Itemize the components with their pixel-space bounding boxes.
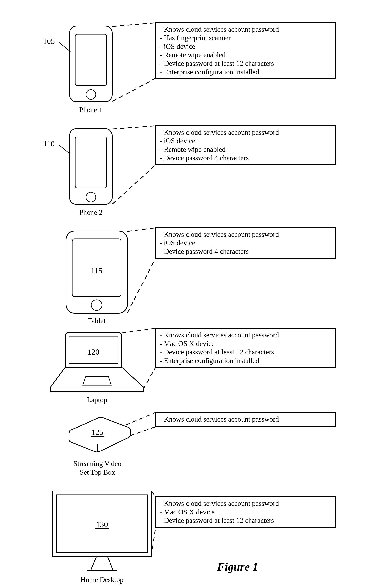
svg-text:- Mac OS X device: - Mac OS X device [160, 508, 215, 516]
svg-text:- iOS device: - iOS device [160, 137, 195, 145]
svg-point-15 [86, 192, 96, 202]
settop-label-1: Streaming Video [74, 460, 121, 468]
svg-text:- Knows cloud services account: - Knows cloud services account password [160, 331, 279, 339]
svg-text:- Knows cloud services account: - Knows cloud services account password [160, 499, 279, 507]
settop-callout: - Knows cloud services account password [156, 412, 336, 427]
svg-text:- Device password at least 12 : - Device password at least 12 characters [160, 516, 274, 524]
phone2-callout: - Knows cloud services account password … [156, 126, 336, 165]
svg-text:- Enterprise configuration ins: - Enterprise configuration installed [160, 68, 259, 76]
svg-line-12 [113, 78, 156, 101]
svg-line-58 [152, 491, 156, 497]
svg-text:- Knows cloud services account: - Knows cloud services account password [160, 25, 279, 33]
svg-text:- Enterprise configuration ins: - Enterprise configuration installed [160, 357, 259, 365]
svg-line-3 [59, 42, 71, 52]
svg-rect-1 [75, 34, 107, 85]
svg-line-23 [113, 165, 156, 204]
tablet-label: Tablet [88, 317, 105, 325]
desktop-callout: - Knows cloud services account password … [156, 497, 336, 527]
patent-figure: Phone 1 105 - Knows cloud services accou… [0, 0, 380, 588]
svg-line-33 [127, 258, 156, 313]
figure-title: Figure 1 [217, 560, 258, 573]
svg-line-42 [122, 329, 156, 333]
svg-text:- Device password at least 12 : - Device password at least 12 characters [160, 59, 274, 67]
svg-text:- Knows cloud services account: - Knows cloud services account password [160, 128, 279, 136]
phone1-callout: - Knows cloud services account password … [156, 23, 336, 78]
laptop-label: Laptop [87, 396, 107, 404]
device-laptop: 120 Laptop [51, 333, 143, 404]
svg-point-2 [86, 90, 96, 99]
svg-text:- Device password at least 12 : - Device password at least 12 characters [160, 348, 274, 356]
phone1-label: Phone 1 [79, 106, 103, 114]
svg-text:- Mac OS X device: - Mac OS X device [160, 340, 215, 348]
svg-line-43 [143, 368, 156, 389]
device-settop: 125 Streaming Video Set Top Box [69, 417, 130, 476]
tablet-callout: - Knows cloud services account password … [156, 228, 336, 258]
device-desktop: 130 Home Desktop [53, 491, 152, 584]
svg-line-22 [113, 126, 156, 129]
svg-text:- Remote wipe enabled: - Remote wipe enabled [160, 51, 226, 59]
settop-ref: 125 [92, 428, 103, 437]
svg-line-49 [130, 427, 156, 436]
phone2-label: Phone 2 [79, 208, 103, 216]
svg-line-59 [152, 527, 156, 556]
svg-text:- Knows cloud services account: - Knows cloud services account password [160, 230, 279, 238]
svg-line-16 [59, 145, 71, 154]
svg-line-11 [113, 23, 156, 26]
svg-line-48 [126, 412, 156, 425]
svg-line-32 [127, 228, 156, 231]
laptop-ref: 120 [88, 348, 99, 356]
svg-rect-14 [75, 137, 107, 188]
laptop-callout: - Knows cloud services account password … [156, 329, 336, 368]
device-phone2: Phone 2 110 [43, 129, 112, 216]
svg-text:- Device password 4 characters: - Device password 4 characters [160, 154, 249, 162]
svg-text:- iOS device: - iOS device [160, 42, 195, 50]
settop-label-2: Set Top Box [80, 468, 115, 476]
svg-text:- Knows cloud services account: - Knows cloud services account password [160, 415, 279, 423]
svg-text:- Has fingerprint scanner: - Has fingerprint scanner [160, 34, 231, 42]
tablet-ref: 115 [91, 266, 103, 275]
svg-text:- iOS device: - iOS device [160, 239, 195, 247]
device-tablet: 115 Tablet [66, 231, 127, 325]
desktop-label: Home Desktop [81, 576, 124, 584]
device-phone1: Phone 1 105 [43, 26, 112, 114]
desktop-ref: 130 [96, 520, 108, 529]
svg-point-26 [91, 300, 102, 311]
phone2-ref: 110 [43, 139, 55, 148]
phone1-ref: 105 [43, 37, 55, 46]
svg-text:- Remote wipe enabled: - Remote wipe enabled [160, 145, 226, 153]
svg-text:- Device password 4 characters: - Device password 4 characters [160, 247, 249, 255]
